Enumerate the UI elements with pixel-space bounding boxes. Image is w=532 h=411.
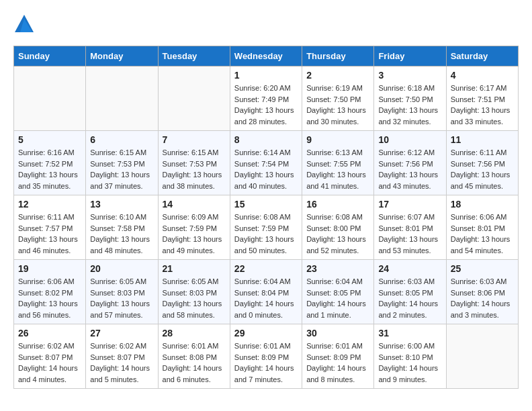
day-number: 3 [378, 70, 441, 81]
calendar-cell: 18Sunrise: 6:06 AM Sunset: 8:01 PM Dayli… [446, 195, 518, 260]
calendar-cell [86, 66, 158, 131]
calendar-cell: 4Sunrise: 6:17 AM Sunset: 7:51 PM Daylig… [446, 66, 518, 131]
day-info: Sunrise: 6:17 AM Sunset: 7:51 PM Dayligh… [451, 83, 514, 127]
day-info: Sunrise: 6:02 AM Sunset: 8:07 PM Dayligh… [18, 340, 81, 385]
calendar-cell: 19Sunrise: 6:06 AM Sunset: 8:02 PM Dayli… [14, 260, 86, 324]
day-info: Sunrise: 6:11 AM Sunset: 7:56 PM Dayligh… [451, 147, 514, 191]
weekday-header-monday: Monday [86, 46, 158, 66]
day-number: 20 [90, 263, 153, 274]
day-number: 12 [18, 199, 81, 210]
day-number: 27 [90, 328, 153, 338]
day-info: Sunrise: 6:10 AM Sunset: 7:58 PM Dayligh… [90, 212, 153, 256]
weekday-header-row: SundayMondayTuesdayWednesdayThursdayFrid… [14, 46, 519, 66]
day-info: Sunrise: 6:18 AM Sunset: 7:50 PM Dayligh… [378, 83, 441, 127]
calendar-cell: 30Sunrise: 6:01 AM Sunset: 8:09 PM Dayli… [302, 324, 374, 389]
weekday-header-tuesday: Tuesday [158, 46, 230, 66]
header [13, 13, 519, 35]
calendar-cell: 21Sunrise: 6:05 AM Sunset: 8:03 PM Dayli… [158, 260, 230, 324]
day-number: 15 [234, 199, 298, 210]
day-info: Sunrise: 6:01 AM Sunset: 8:09 PM Dayligh… [234, 340, 298, 385]
calendar-cell: 11Sunrise: 6:11 AM Sunset: 7:56 PM Dayli… [446, 131, 518, 195]
day-info: Sunrise: 6:19 AM Sunset: 7:50 PM Dayligh… [306, 83, 369, 127]
day-info: Sunrise: 6:14 AM Sunset: 7:54 PM Dayligh… [234, 147, 298, 191]
day-number: 21 [163, 263, 226, 274]
calendar-cell: 23Sunrise: 6:04 AM Sunset: 8:05 PM Dayli… [302, 260, 374, 324]
logo [13, 13, 38, 35]
calendar-cell: 17Sunrise: 6:07 AM Sunset: 8:01 PM Dayli… [374, 195, 446, 260]
calendar-cell [446, 324, 518, 389]
day-info: Sunrise: 6:09 AM Sunset: 7:59 PM Dayligh… [163, 212, 226, 256]
day-info: Sunrise: 6:01 AM Sunset: 8:08 PM Dayligh… [163, 340, 226, 385]
day-info: Sunrise: 6:02 AM Sunset: 8:07 PM Dayligh… [90, 340, 153, 385]
calendar-cell: 31Sunrise: 6:00 AM Sunset: 8:10 PM Dayli… [374, 324, 446, 389]
calendar-cell: 22Sunrise: 6:04 AM Sunset: 8:04 PM Dayli… [230, 260, 302, 324]
day-info: Sunrise: 6:06 AM Sunset: 8:01 PM Dayligh… [451, 212, 514, 256]
calendar-cell: 1Sunrise: 6:20 AM Sunset: 7:49 PM Daylig… [230, 66, 302, 131]
calendar-week-row: 5Sunrise: 6:16 AM Sunset: 7:52 PM Daylig… [14, 131, 519, 195]
day-number: 11 [451, 134, 514, 145]
day-info: Sunrise: 6:04 AM Sunset: 8:05 PM Dayligh… [306, 276, 369, 320]
day-info: Sunrise: 6:03 AM Sunset: 8:06 PM Dayligh… [451, 276, 514, 320]
day-number: 22 [234, 263, 298, 274]
calendar-table: SundayMondayTuesdayWednesdayThursdayFrid… [13, 46, 519, 389]
calendar-cell [158, 66, 230, 131]
weekday-header-friday: Friday [374, 46, 446, 66]
day-info: Sunrise: 6:15 AM Sunset: 7:53 PM Dayligh… [163, 147, 226, 191]
day-info: Sunrise: 6:12 AM Sunset: 7:56 PM Dayligh… [378, 147, 441, 191]
day-number: 19 [18, 263, 81, 274]
day-number: 9 [306, 134, 369, 145]
day-number: 29 [234, 328, 298, 338]
calendar-cell: 20Sunrise: 6:05 AM Sunset: 8:03 PM Dayli… [86, 260, 158, 324]
calendar-cell [14, 66, 86, 131]
calendar-cell: 12Sunrise: 6:11 AM Sunset: 7:57 PM Dayli… [14, 195, 86, 260]
day-number: 23 [306, 263, 369, 274]
calendar-cell: 6Sunrise: 6:15 AM Sunset: 7:53 PM Daylig… [86, 131, 158, 195]
day-number: 6 [90, 134, 153, 145]
day-info: Sunrise: 6:13 AM Sunset: 7:55 PM Dayligh… [306, 147, 369, 191]
day-number: 18 [451, 199, 514, 210]
calendar-cell: 13Sunrise: 6:10 AM Sunset: 7:58 PM Dayli… [86, 195, 158, 260]
day-number: 4 [451, 70, 514, 81]
day-number: 14 [163, 199, 226, 210]
day-info: Sunrise: 6:16 AM Sunset: 7:52 PM Dayligh… [18, 147, 81, 191]
day-number: 17 [378, 199, 441, 210]
day-info: Sunrise: 6:11 AM Sunset: 7:57 PM Dayligh… [18, 212, 81, 256]
calendar-cell: 10Sunrise: 6:12 AM Sunset: 7:56 PM Dayli… [374, 131, 446, 195]
weekday-header-wednesday: Wednesday [230, 46, 302, 66]
day-number: 31 [378, 328, 441, 338]
day-number: 30 [306, 328, 369, 338]
calendar-cell: 3Sunrise: 6:18 AM Sunset: 7:50 PM Daylig… [374, 66, 446, 131]
day-number: 26 [18, 328, 81, 338]
day-info: Sunrise: 6:05 AM Sunset: 8:03 PM Dayligh… [90, 276, 153, 320]
day-info: Sunrise: 6:20 AM Sunset: 7:49 PM Dayligh… [234, 83, 298, 127]
calendar-cell: 9Sunrise: 6:13 AM Sunset: 7:55 PM Daylig… [302, 131, 374, 195]
day-number: 8 [234, 134, 298, 145]
weekday-header-saturday: Saturday [446, 46, 518, 66]
day-info: Sunrise: 6:00 AM Sunset: 8:10 PM Dayligh… [378, 340, 441, 385]
day-info: Sunrise: 6:15 AM Sunset: 7:53 PM Dayligh… [90, 147, 153, 191]
calendar-cell: 29Sunrise: 6:01 AM Sunset: 8:09 PM Dayli… [230, 324, 302, 389]
calendar-cell: 28Sunrise: 6:01 AM Sunset: 8:08 PM Dayli… [158, 324, 230, 389]
calendar-cell: 27Sunrise: 6:02 AM Sunset: 8:07 PM Dayli… [86, 324, 158, 389]
calendar-cell: 26Sunrise: 6:02 AM Sunset: 8:07 PM Dayli… [14, 324, 86, 389]
day-info: Sunrise: 6:08 AM Sunset: 7:59 PM Dayligh… [234, 212, 298, 256]
day-number: 2 [306, 70, 369, 81]
day-number: 25 [451, 263, 514, 274]
calendar-cell: 8Sunrise: 6:14 AM Sunset: 7:54 PM Daylig… [230, 131, 302, 195]
day-info: Sunrise: 6:01 AM Sunset: 8:09 PM Dayligh… [306, 340, 369, 385]
day-number: 1 [234, 70, 298, 81]
weekday-header-sunday: Sunday [14, 46, 86, 66]
calendar-week-row: 1Sunrise: 6:20 AM Sunset: 7:49 PM Daylig… [14, 66, 519, 131]
day-number: 5 [18, 134, 81, 145]
day-number: 7 [163, 134, 226, 145]
calendar-cell: 5Sunrise: 6:16 AM Sunset: 7:52 PM Daylig… [14, 131, 86, 195]
day-info: Sunrise: 6:03 AM Sunset: 8:05 PM Dayligh… [378, 276, 441, 320]
calendar-cell: 25Sunrise: 6:03 AM Sunset: 8:06 PM Dayli… [446, 260, 518, 324]
day-info: Sunrise: 6:05 AM Sunset: 8:03 PM Dayligh… [163, 276, 226, 320]
calendar-week-row: 26Sunrise: 6:02 AM Sunset: 8:07 PM Dayli… [14, 324, 519, 389]
day-number: 24 [378, 263, 441, 274]
calendar-cell: 24Sunrise: 6:03 AM Sunset: 8:05 PM Dayli… [374, 260, 446, 324]
calendar-cell: 7Sunrise: 6:15 AM Sunset: 7:53 PM Daylig… [158, 131, 230, 195]
calendar-cell: 14Sunrise: 6:09 AM Sunset: 7:59 PM Dayli… [158, 195, 230, 260]
day-number: 16 [306, 199, 369, 210]
